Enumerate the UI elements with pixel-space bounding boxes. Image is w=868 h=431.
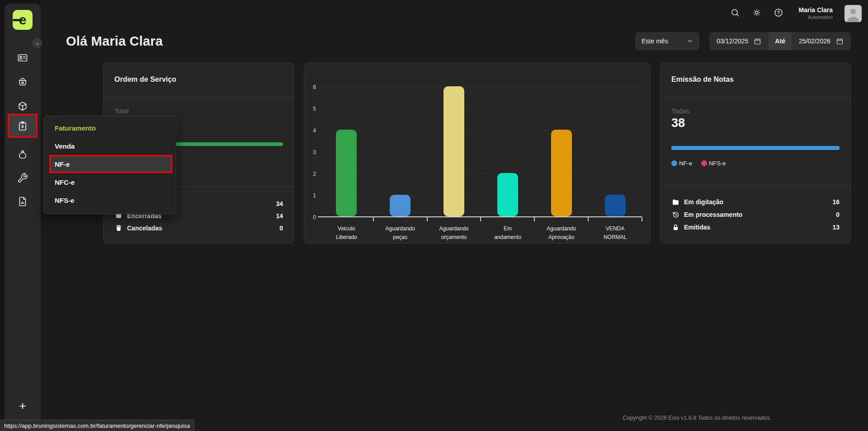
row-label: Em digitação: [684, 198, 828, 206]
chart-column: [481, 87, 534, 217]
row-value: 16: [832, 198, 840, 206]
emissao-notas-card: Emissão de Notas Todas 38 NF-e NFS-e: [660, 62, 851, 244]
help-icon[interactable]: ?: [774, 8, 783, 19]
status-bar-chart-card: 0123456 VeiculoLiberadoAguardandopeçasAg…: [304, 62, 651, 244]
user-role: Automotivo: [799, 14, 833, 21]
clipboard-dollar-icon: $: [17, 121, 28, 131]
x-axis-category-label: Aguardandopeças: [373, 225, 427, 241]
y-axis-tick-label: 4: [308, 127, 316, 134]
report-file-icon: [17, 196, 28, 207]
chart-bar-em-andamento[interactable]: [497, 173, 518, 216]
period-select[interactable]: Este mês: [635, 32, 699, 50]
chart-columns: [320, 87, 642, 217]
basket-icon: [17, 76, 28, 87]
avatar[interactable]: [844, 5, 862, 22]
date-until-label: Até: [769, 32, 792, 50]
x-axis-tick: [534, 217, 535, 221]
sidebar-item-cadastros[interactable]: [17, 52, 28, 63]
sidebar-item-servicos[interactable]: [17, 173, 28, 183]
x-axis-tick: [427, 217, 428, 221]
todas-label: Todas: [671, 107, 689, 115]
id-card-icon: [17, 52, 28, 63]
chart-bar-aguardando-aprovação[interactable]: [551, 130, 572, 216]
notes-row-processamento: Em processamento 0: [671, 208, 840, 221]
chart-bar-aguardando-orçamento[interactable]: [443, 86, 464, 216]
sidebar-add-button[interactable]: +: [5, 399, 41, 413]
total-label: Total: [114, 107, 129, 115]
chart-bar-venda-normal[interactable]: [605, 195, 626, 216]
sidebar-item-compras[interactable]: [17, 76, 28, 87]
chevron-down-icon: [687, 38, 693, 44]
sidebar-expand-arrow-icon[interactable]: →: [32, 38, 42, 48]
menu-item-nfse[interactable]: NFS-e: [44, 191, 176, 209]
topbar: ? Maria Clara Automotivo: [41, 0, 868, 27]
os-row-canceladas: Canceladas 0: [114, 222, 283, 234]
sidebar-item-financeiro[interactable]: [17, 149, 28, 160]
lock-icon: [671, 224, 679, 231]
page-title: Olá Maria Clara: [66, 34, 163, 49]
x-axis-category-label: VeiculoLiberado: [320, 225, 373, 241]
notes-legend: NF-e NFS-e: [671, 160, 726, 167]
chart-bar-aguardando-peças[interactable]: [390, 195, 410, 216]
chart-column: [320, 87, 373, 217]
search-icon[interactable]: [730, 8, 740, 19]
main-content: ? Maria Clara Automotivo Olá Maria Clara…: [41, 0, 868, 431]
sidebar-item-relatorios[interactable]: [17, 196, 28, 207]
date-from-value: 03/12/2025: [717, 37, 748, 45]
y-axis-tick-label: 1: [308, 192, 316, 199]
money-bag-icon: [17, 149, 28, 160]
date-to-value: 25/02/2026: [799, 37, 830, 45]
legend-dot-blue: [671, 160, 677, 166]
chart-plot: 0123456: [320, 87, 642, 217]
svg-text:?: ?: [777, 10, 779, 15]
calendar-icon[interactable]: [836, 37, 844, 45]
y-axis-tick-label: 2: [308, 171, 316, 177]
y-axis-tick-label: 5: [308, 106, 316, 112]
menu-item-venda[interactable]: Venda: [44, 137, 176, 155]
row-value: 13: [832, 224, 840, 231]
chart-column: [427, 87, 481, 217]
page-head: Olá Maria Clara Este mês 03/12/2025 Até …: [41, 28, 868, 54]
divider: [104, 97, 294, 98]
y-axis-tick-label: 0: [308, 214, 316, 220]
eixo-logo[interactable]: e: [13, 10, 33, 30]
menu-heading: Faturamento: [44, 119, 176, 137]
x-axis-tick: [588, 217, 589, 221]
x-axis-category-label: VENDANORMAL: [588, 225, 642, 241]
x-axis-category-label: Emandamento: [481, 225, 534, 241]
legend-label: NF-e: [679, 160, 692, 167]
period-select-value: Este mês: [642, 37, 668, 45]
cards-row: Ordem de Serviço Total 34 Encerradas 14: [103, 62, 851, 244]
row-value: 0: [279, 225, 283, 232]
header-controls: Este mês 03/12/2025 Até 25/02/2026: [635, 32, 851, 50]
link-preview-statusbar: https://app.bruningsistemas.com.br/fatur…: [0, 420, 194, 431]
notes-rows: Em digitação 16 Em processamento 0: [671, 196, 840, 234]
legend-item-nfe: NF-e: [671, 160, 692, 167]
row-value: 14: [276, 212, 283, 220]
calendar-icon[interactable]: [754, 37, 761, 45]
sidebar-item-faturamento-active-highlight[interactable]: $: [8, 114, 38, 138]
logo-e-glyph: e: [19, 13, 27, 27]
wrench-icon: [17, 173, 28, 183]
chart-labels: VeiculoLiberadoAguardandopeçasAguardando…: [320, 225, 642, 241]
y-axis-tick-label: 6: [308, 84, 316, 90]
legend-label: NFS-e: [709, 160, 726, 167]
folder-icon: [671, 198, 679, 206]
history-icon: [671, 211, 679, 219]
x-axis-tick: [642, 217, 642, 221]
notes-row-digitacao: Em digitação 16: [671, 196, 840, 208]
x-axis-tick: [480, 217, 481, 221]
todas-value: 38: [671, 116, 685, 130]
date-from-input[interactable]: 03/12/2025: [709, 32, 769, 50]
trash-icon: [114, 224, 123, 232]
user-name: Maria Clara: [799, 6, 833, 14]
divider: [660, 97, 850, 98]
chart-bar-veiculo-liberado[interactable]: [336, 130, 357, 216]
sidebar-item-estoque[interactable]: [17, 101, 28, 112]
menu-item-nfe-highlighted[interactable]: NF-e: [49, 155, 172, 173]
divider: [660, 185, 850, 186]
notes-progress-bar: [671, 146, 840, 150]
menu-item-nfce[interactable]: NFC-e: [44, 173, 176, 191]
theme-brightness-icon[interactable]: [752, 8, 762, 19]
date-to-input[interactable]: 25/02/2026: [792, 32, 851, 50]
